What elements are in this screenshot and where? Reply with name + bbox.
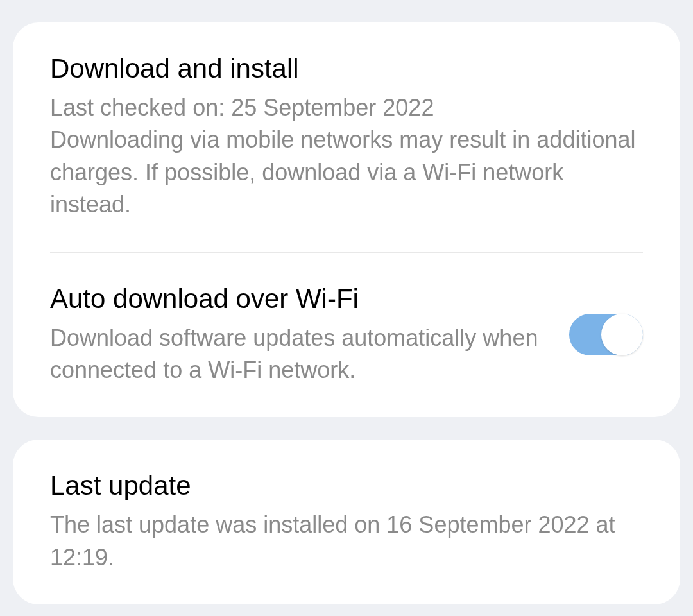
download-install-section[interactable]: Download and install Last checked on: 25…	[13, 22, 680, 252]
last-update-description: The last update was installed on 16 Sept…	[50, 509, 643, 574]
auto-download-section[interactable]: Auto download over Wi-Fi Download softwa…	[13, 253, 680, 418]
software-update-card: Download and install Last checked on: 25…	[13, 22, 680, 417]
auto-download-description: Download software updates automatically …	[50, 322, 550, 387]
toggle-knob	[601, 314, 643, 355]
auto-download-title: Auto download over Wi-Fi	[50, 284, 550, 314]
auto-download-toggle[interactable]	[569, 314, 643, 355]
download-install-warning: Downloading via mobile networks may resu…	[50, 124, 643, 221]
last-update-card: Last update The last update was installe…	[13, 440, 680, 604]
download-install-last-checked: Last checked on: 25 September 2022	[50, 92, 643, 124]
auto-download-text: Auto download over Wi-Fi Download softwa…	[50, 284, 569, 387]
last-update-title: Last update	[50, 470, 643, 501]
last-update-section[interactable]: Last update The last update was installe…	[13, 440, 680, 604]
download-install-title: Download and install	[50, 53, 643, 84]
